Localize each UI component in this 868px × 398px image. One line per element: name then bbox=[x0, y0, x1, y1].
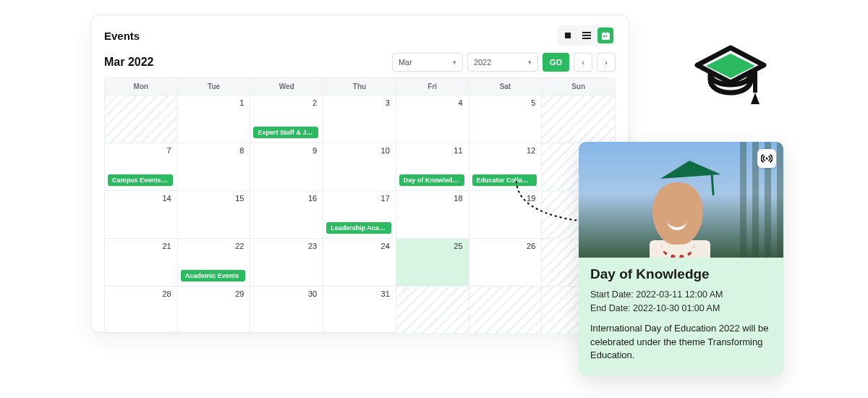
date-number: 30 bbox=[308, 289, 317, 298]
event-detail-body: Day of Knowledge Start Date: 2022-03-11 … bbox=[579, 258, 783, 376]
date-number: 19 bbox=[527, 194, 535, 203]
date-number: 8 bbox=[239, 146, 244, 155]
date-number: 26 bbox=[527, 242, 535, 250]
event-detail-card: Day of Knowledge Start Date: 2022-03-11 … bbox=[579, 142, 783, 376]
date-number: 3 bbox=[386, 98, 390, 107]
graduation-cap-icon bbox=[694, 43, 767, 109]
broadcast-icon bbox=[757, 149, 776, 168]
calendar-event[interactable]: Expert Staff & Jjou... bbox=[253, 127, 318, 138]
date-number: 14 bbox=[162, 194, 171, 203]
calendar-cell[interactable]: 15 bbox=[178, 190, 251, 238]
calendar-cell[interactable]: 23 bbox=[250, 238, 323, 286]
view-card-button[interactable] bbox=[560, 27, 576, 43]
date-number: 10 bbox=[381, 146, 390, 155]
date-number: 1 bbox=[239, 98, 244, 107]
calendar-cell[interactable]: 8 bbox=[178, 143, 251, 190]
calendar-cell[interactable]: 14 bbox=[105, 190, 178, 238]
calendar-cell[interactable]: 1 bbox=[178, 95, 251, 143]
date-number: 15 bbox=[235, 194, 244, 203]
month-select[interactable]: Mar ▾ bbox=[392, 53, 463, 72]
calendar-cell[interactable]: 19 bbox=[469, 190, 542, 238]
date-number: 23 bbox=[308, 242, 317, 250]
svg-rect-0 bbox=[565, 33, 571, 38]
current-month-label: Mar 2022 bbox=[104, 56, 154, 69]
day-header: Sun bbox=[542, 78, 615, 95]
date-number: 28 bbox=[162, 289, 171, 298]
chevron-down-icon: ▾ bbox=[453, 59, 456, 66]
day-header: Thu bbox=[323, 78, 396, 95]
view-calendar-button[interactable] bbox=[597, 27, 613, 43]
calendar-cell[interactable]: 30 bbox=[250, 286, 323, 334]
calendar-event[interactable]: Campus Events Sc.. bbox=[108, 174, 173, 186]
day-header: Fri bbox=[396, 78, 469, 95]
calendar-cell[interactable]: 26 bbox=[469, 238, 542, 286]
controls-right: Mar ▾ 2022 ▾ GO ‹ › bbox=[392, 53, 616, 72]
calendar-cell[interactable]: 31 bbox=[323, 286, 396, 334]
calendar-controls: Mar 2022 Mar ▾ 2022 ▾ GO ‹ › bbox=[104, 53, 616, 72]
calendar-cell bbox=[105, 95, 178, 143]
date-number: 4 bbox=[458, 98, 462, 107]
calendar-cell[interactable]: 24 bbox=[323, 238, 396, 286]
calendar-week: 14151617Leadership Academy1819 bbox=[105, 190, 615, 238]
year-select[interactable]: 2022 ▾ bbox=[467, 53, 538, 72]
date-number: 31 bbox=[381, 289, 390, 298]
calendar-week: 28293031 bbox=[105, 286, 615, 334]
calendar-cell[interactable]: 28 bbox=[105, 286, 178, 334]
prev-month-button[interactable]: ‹ bbox=[574, 53, 592, 72]
svg-point-14 bbox=[765, 157, 767, 159]
go-button[interactable]: GO bbox=[542, 53, 569, 72]
calendar-cell[interactable]: 22Academic Events bbox=[178, 238, 251, 286]
day-header: Wed bbox=[250, 78, 323, 95]
date-number: 24 bbox=[381, 242, 390, 250]
calendar-cell[interactable]: 7Campus Events Sc.. bbox=[105, 143, 178, 190]
calendar-cell[interactable]: 21 bbox=[105, 238, 178, 286]
date-number: 16 bbox=[308, 194, 317, 203]
calendar-cell[interactable]: 16 bbox=[250, 190, 323, 238]
day-header: Mon bbox=[105, 78, 178, 95]
calendar-cell[interactable]: 17Leadership Academy bbox=[323, 190, 396, 238]
calendar-cell[interactable]: 2Expert Staff & Jjou... bbox=[250, 95, 323, 143]
calendar-cell[interactable]: 10 bbox=[323, 143, 396, 190]
calendar-cell[interactable]: 29 bbox=[178, 286, 251, 334]
date-number: 5 bbox=[531, 98, 535, 107]
svg-marker-13 bbox=[751, 93, 760, 104]
month-select-value: Mar bbox=[399, 58, 412, 67]
calendar-grid: MonTueWedThuFriSatSun 12Expert Staff & J… bbox=[104, 77, 616, 334]
date-number: 9 bbox=[312, 146, 317, 155]
calendar-cell[interactable]: 11Day of Knowledge bbox=[396, 143, 469, 190]
calendar-cell bbox=[469, 286, 542, 334]
calendar-cell[interactable]: 18 bbox=[396, 190, 469, 238]
calendar-event[interactable]: Educator Collaborative bbox=[472, 174, 537, 186]
calendar-cell bbox=[396, 286, 469, 334]
calendar-event[interactable]: Academic Events bbox=[181, 270, 246, 281]
day-header: Tue bbox=[178, 78, 251, 95]
view-toggle bbox=[558, 25, 616, 46]
calendar-cell bbox=[542, 95, 615, 143]
day-header-row: MonTueWedThuFriSatSun bbox=[105, 78, 615, 95]
calendar-week: 7Campus Events Sc..891011Day of Knowledg… bbox=[105, 143, 615, 190]
date-number: 18 bbox=[454, 194, 462, 203]
calendar-cell[interactable]: 9 bbox=[250, 143, 323, 190]
calendar-cell[interactable]: 5 bbox=[469, 95, 542, 143]
date-number: 12 bbox=[527, 146, 535, 155]
svg-rect-3 bbox=[582, 38, 591, 39]
event-detail-title: Day of Knowledge bbox=[590, 266, 772, 282]
date-number: 7 bbox=[167, 146, 171, 155]
calendar-cell[interactable]: 3 bbox=[323, 95, 396, 143]
calendar-week: 12Expert Staff & Jjou...345 bbox=[105, 95, 615, 143]
event-end-date: End Date: 2022-10-30 01:00 AM bbox=[590, 302, 772, 316]
view-list-button[interactable] bbox=[579, 27, 595, 43]
page-title: Events bbox=[104, 30, 140, 42]
calendar-event[interactable]: Day of Knowledge bbox=[399, 174, 464, 186]
calendar-cell[interactable]: 12Educator Collaborative bbox=[469, 143, 542, 190]
calendar-event[interactable]: Leadership Academy bbox=[326, 222, 391, 234]
date-number: 29 bbox=[235, 289, 244, 298]
svg-rect-1 bbox=[582, 32, 591, 33]
event-start-date: Start Date: 2022-03-11 12:00 AM bbox=[590, 288, 772, 302]
date-number: 21 bbox=[162, 242, 171, 250]
calendar-cell[interactable]: 4 bbox=[396, 95, 469, 143]
calendar-cell[interactable]: 25 bbox=[396, 238, 469, 286]
svg-rect-2 bbox=[582, 35, 591, 36]
next-month-button[interactable]: › bbox=[597, 53, 616, 72]
date-number: 11 bbox=[454, 146, 462, 155]
